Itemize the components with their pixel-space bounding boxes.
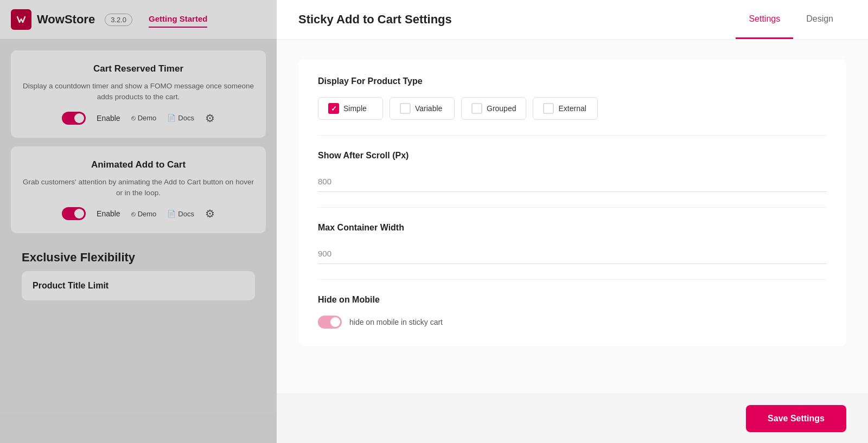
modal-footer: Save Settings: [277, 394, 868, 443]
checkbox-variable-label: Variable: [415, 104, 442, 113]
checkbox-grouped[interactable]: Grouped: [461, 97, 526, 120]
hide-mobile-label: Hide on Mobile: [318, 295, 827, 305]
save-settings-button[interactable]: Save Settings: [746, 405, 846, 432]
checkbox-simple-box[interactable]: [328, 103, 339, 114]
hide-mobile-toggle-row: hide on mobile in sticky cart: [318, 316, 827, 329]
scroll-input[interactable]: [318, 171, 827, 192]
product-type-label: Display For Product Type: [318, 76, 827, 86]
max-width-label: Max Container Width: [318, 223, 827, 233]
checkbox-external-box[interactable]: [543, 103, 554, 114]
divider-2: [318, 207, 827, 208]
divider-3: [318, 279, 827, 280]
checkbox-variable-box[interactable]: [400, 103, 411, 114]
max-width-input[interactable]: [318, 243, 827, 264]
modal-title: Sticky Add to Cart Settings: [298, 12, 452, 27]
scroll-label: Show After Scroll (Px): [318, 151, 827, 160]
tab-design[interactable]: Design: [793, 0, 846, 39]
checkbox-grouped-box[interactable]: [471, 103, 482, 114]
checkbox-simple-label: Simple: [343, 104, 367, 113]
settings-card: Display For Product Type Simple Variable…: [298, 59, 846, 346]
checkbox-simple[interactable]: Simple: [318, 97, 383, 120]
checkbox-variable[interactable]: Variable: [390, 97, 455, 120]
checkbox-external-label: External: [558, 104, 586, 113]
modal-panel: Sticky Add to Cart Settings Settings Des…: [277, 0, 868, 443]
checkbox-external[interactable]: External: [533, 97, 598, 120]
hide-mobile-toggle-label: hide on mobile in sticky cart: [349, 318, 443, 326]
checkbox-grouped-label: Grouped: [487, 104, 516, 113]
modal-header: Sticky Add to Cart Settings Settings Des…: [277, 0, 868, 40]
hide-mobile-toggle[interactable]: [318, 316, 342, 329]
divider-1: [318, 135, 827, 136]
modal-tabs: Settings Design: [736, 0, 846, 39]
product-type-checkboxes: Simple Variable Grouped External: [318, 97, 827, 120]
tab-settings[interactable]: Settings: [736, 0, 793, 39]
modal-body: Display For Product Type Simple Variable…: [277, 40, 868, 394]
